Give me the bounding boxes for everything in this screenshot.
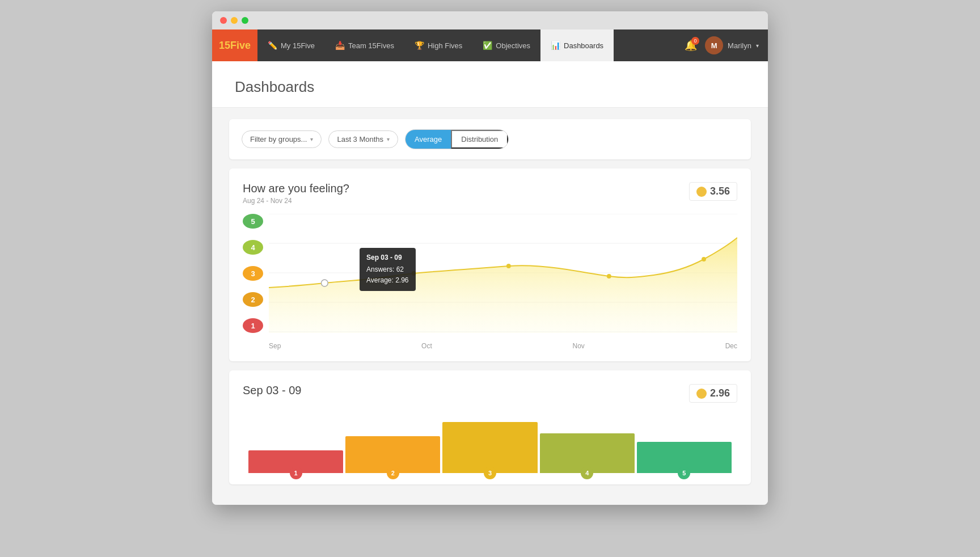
y-label-3: 3 [243, 266, 263, 281]
nav-item-team15fives[interactable]: 📥 Team 15Fives [325, 29, 404, 61]
chart-area-fill [269, 238, 737, 333]
bar-label-3: 3 [484, 467, 496, 479]
avatar: M [705, 36, 723, 54]
notification-badge: 0 [691, 37, 699, 45]
x-label-sep: Sep [269, 342, 281, 350]
bar-col-5: 5 [637, 411, 732, 473]
inbox-icon: 📥 [335, 41, 345, 50]
chart-title: How are you feeling? [243, 182, 349, 195]
page-header: Dashboards [212, 61, 768, 108]
nav-item-dashboards[interactable]: 📊 Dashboards [540, 29, 614, 61]
title-bar [212, 11, 768, 29]
caret-icon: ▾ [387, 136, 390, 142]
group-filter-select[interactable]: Filter by groups... ▾ [242, 130, 322, 148]
y-label-1: 1 [243, 318, 263, 333]
content-area: Filter by groups... ▾ Last 3 Months ▾ Av… [212, 108, 768, 505]
pencil-icon: ✏️ [268, 41, 277, 50]
chart-header: How are you feeling? Aug 24 - Nov 24 3.5… [243, 182, 737, 205]
nav-item-objectives[interactable]: ✅ Objectives [472, 29, 540, 61]
bar-col-2: 2 [345, 411, 440, 473]
navbar: 15Five ✏️ My 15Five 📥 Team 15Fives 🏆 Hig… [212, 29, 768, 61]
bar-col-3: 3 [442, 411, 537, 473]
week-score-dot [696, 389, 707, 399]
logo-text: 15Five [219, 40, 251, 52]
bar-label-5: 5 [678, 467, 690, 479]
line-chart: 5 4 3 2 1 [243, 214, 737, 350]
trophy-icon: 🏆 [415, 41, 424, 50]
y-label-4: 4 [243, 240, 263, 255]
distribution-toggle[interactable]: Distribution [451, 130, 508, 149]
view-toggle: Average Distribution [405, 129, 509, 149]
chart-svg [269, 214, 737, 333]
user-menu[interactable]: M Marilyn ▾ [705, 36, 759, 54]
nav-items: ✏️ My 15Five 📥 Team 15Fives 🏆 High Fives… [257, 29, 685, 61]
chart-date: Aug 24 - Nov 24 [243, 197, 349, 205]
maximize-button[interactable] [242, 17, 248, 24]
caret-icon: ▾ [310, 136, 313, 142]
bar-col-1: 1 [248, 411, 343, 473]
week-chart-card: Sep 03 - 09 2.96 1 [229, 370, 751, 484]
nav-item-highfives[interactable]: 🏆 High Fives [404, 29, 472, 61]
chart-icon: 📊 [551, 41, 560, 50]
week-score-badge: 2.96 [689, 384, 737, 403]
average-toggle[interactable]: Average [405, 130, 451, 149]
date-filter-select[interactable]: Last 3 Months ▾ [328, 130, 398, 148]
nav-item-my15five[interactable]: ✏️ My 15Five [257, 29, 325, 61]
bar-chart: 1 2 3 [243, 405, 737, 473]
page-content: Dashboards Filter by groups... ▾ Last 3 … [212, 61, 768, 505]
check-icon: ✅ [483, 41, 492, 50]
close-button[interactable] [220, 17, 227, 24]
score-dot [696, 187, 707, 197]
x-label-nov: Nov [573, 342, 585, 350]
chart-dot [412, 271, 416, 276]
nav-right: 🔔 0 M Marilyn ▾ [685, 36, 768, 54]
logo[interactable]: 15Five [212, 29, 257, 61]
feeling-chart-card: How are you feeling? Aug 24 - Nov 24 3.5… [229, 168, 751, 361]
chart-plot: Sep 03 - 09 Answers: 62 Average: 2.96 [269, 214, 737, 333]
bars-container: 1 2 3 [243, 411, 737, 473]
week-chart-header: Sep 03 - 09 2.96 [243, 384, 737, 403]
score-value: 3.56 [710, 185, 730, 197]
y-label-2: 2 [243, 292, 263, 307]
bar-col-4: 4 [540, 411, 635, 473]
y-axis: 5 4 3 2 1 [243, 214, 263, 333]
x-label-dec: Dec [725, 342, 737, 350]
chart-dot [702, 257, 706, 261]
x-axis-labels: Sep Oct Nov Dec [269, 342, 737, 350]
week-score-value: 2.96 [710, 387, 730, 399]
bar-label-1: 1 [290, 467, 302, 479]
app-window: 15Five ✏️ My 15Five 📥 Team 15Fives 🏆 Hig… [212, 11, 768, 505]
filter-bar: Filter by groups... ▾ Last 3 Months ▾ Av… [229, 119, 751, 159]
notification-button[interactable]: 🔔 0 [685, 39, 697, 52]
tooltip-point [321, 280, 328, 286]
bar-label-4: 4 [581, 467, 593, 479]
minimize-button[interactable] [231, 17, 238, 24]
bar-rect-3 [442, 422, 537, 473]
x-label-oct: Oct [421, 342, 432, 350]
chevron-down-icon: ▾ [756, 43, 759, 49]
week-chart-title: Sep 03 - 09 [243, 384, 301, 397]
chart-dot [506, 264, 511, 268]
bar-label-2: 2 [387, 467, 399, 479]
chart-dot [607, 274, 611, 278]
score-badge: 3.56 [689, 182, 737, 201]
y-label-5: 5 [243, 214, 263, 229]
chart-title-group: How are you feeling? Aug 24 - Nov 24 [243, 182, 349, 205]
page-title: Dashboards [235, 78, 745, 96]
